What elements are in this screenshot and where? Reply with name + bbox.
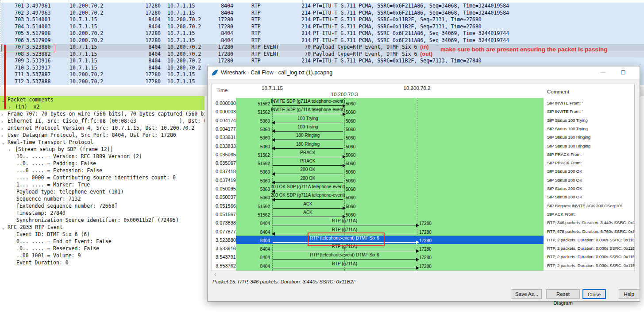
detail-row[interactable]: .0.. .... = Reserved: False <box>0 245 204 252</box>
packet-row-707[interactable]: 7073.52388010.7.1.15840410.200.70.217280… <box>1 44 644 51</box>
detail-row[interactable]: 0... .... = End of Event: False <box>0 238 204 245</box>
flow-row-0.051567[interactable]: 0.051567ACK515625060SIP ACK From: <box>212 210 634 218</box>
flow-row-0.000000[interactable]: 0.000000INVITE SDP (g711A telephone-even… <box>212 99 634 107</box>
close-button[interactable]: Close <box>582 289 606 299</box>
detail-text: [Extended sequence number: 72668] <box>16 202 117 209</box>
help-button[interactable]: Help <box>619 289 639 299</box>
expand-icon[interactable]: › <box>1 132 3 139</box>
detail-row[interactable]: ›Ethernet II, Src: Cisco_ff:fc:08 (00:08… <box>0 117 204 124</box>
packet-row-709[interactable]: 7093.53391610.7.1.15840410.200.70.217280… <box>1 58 644 65</box>
detail-row[interactable]: .... 0000 = Contributing source identifi… <box>0 174 204 181</box>
flow-comment: RTP, 2 packets. Duration: 0.000s SSRC: 0… <box>547 254 635 259</box>
packet-row-704[interactable]: 7043.51400310.7.1.15840410.200.70.217280… <box>1 23 644 31</box>
flow-row-0.077877[interactable]: 0.077877RTP (g711A)840417280RTP, 678 pac… <box>212 227 634 236</box>
detail-row[interactable]: ⌄RFC 2833 RTP Event <box>0 224 204 231</box>
column-header-comment: Comment <box>547 89 569 94</box>
minimize-button[interactable]: — <box>595 66 610 79</box>
annotation-direction-note: (out) <box>420 51 432 57</box>
packet-row-702[interactable]: 7023.49796310.200.70.21728010.7.1.158404… <box>1 10 644 17</box>
dialog-titlebar[interactable]: Wireshark · Call Flow · call_log.txt (1)… <box>208 66 640 80</box>
flow-comment: SIP Status 200 OK <box>547 194 582 199</box>
detail-row[interactable]: [Extended sequence number: 72668] <box>0 202 204 209</box>
collapse-icon[interactable]: ⌄ <box>1 225 5 231</box>
expand-icon[interactable]: › <box>1 118 3 124</box>
maximize-button[interactable]: ☐ <box>616 66 631 79</box>
detail-row[interactable]: Event ID: DTMF Six 6 (6) <box>0 231 204 238</box>
flow-src-port: 51562 <box>238 153 270 158</box>
detail-text: (in) x2 <box>15 103 39 110</box>
detail-row[interactable]: ›[Stream setup by SDP (frame 12)] <box>0 146 204 153</box>
expand-icon[interactable]: › <box>9 147 10 153</box>
detail-row[interactable]: Timestamp: 27840 <box>0 209 204 217</box>
reset-diagram-button[interactable]: Reset Diagram <box>546 289 580 299</box>
flow-src-port: 5060 <box>238 178 270 183</box>
flow-row-0.037419[interactable]: 0.037419200 OK50605060SIP Status 200 OK <box>212 176 634 184</box>
cell-dst: 10.7.1.15 <box>167 10 195 17</box>
detail-row[interactable]: 1... .... = Marker: True <box>0 181 204 188</box>
flow-arrow-head <box>416 224 419 227</box>
flow-row-0.004174[interactable]: 0.004174100 Trying50605060SIP Status 100… <box>212 116 634 124</box>
detail-text: .0.. .... = Reserved: False <box>16 245 99 252</box>
flow-message-label: RTP (g711A) <box>274 227 416 232</box>
detail-row[interactable]: Sequence number: 7132 <box>0 195 204 202</box>
flow-row-3.533916[interactable]: 3.533916RTP (g711A)840417280RTP, 2 packe… <box>212 244 634 252</box>
expand-icon[interactable]: › <box>1 125 3 132</box>
flow-src-port: 8404 <box>238 247 270 252</box>
detail-row[interactable]: ›Frame 707: 70 bytes on wire (560 bits),… <box>0 110 204 117</box>
detail-row[interactable]: Synchronization Source identifier: 0x000… <box>0 217 204 224</box>
collapse-icon[interactable]: ⌄ <box>1 97 5 103</box>
flow-arrow-line <box>273 182 343 183</box>
node-label-3: 10.200.70.2 <box>404 85 431 91</box>
detail-text: ...0 .... = Extension: False <box>16 167 102 174</box>
packet-row-701[interactable]: 7013.49796110.200.70.21728010.7.1.158404… <box>1 3 644 10</box>
packet-row-708[interactable]: 7083.52388210.7.1.15840410.200.70.217280… <box>1 51 644 58</box>
flow-arrow-line <box>273 114 343 114</box>
expand-icon[interactable]: › <box>9 104 10 110</box>
detail-row[interactable]: ..0. .... = Padding: False <box>0 160 204 167</box>
flow-comment: SIP Status 180 Ringing <box>547 143 590 148</box>
flow-row-3.523880[interactable]: 3.523880RTP (telephone-event) DTMF Six 6… <box>212 236 634 244</box>
save-as-button[interactable]: Save As... <box>512 289 542 299</box>
flow-dst-port: 5060 <box>346 127 355 132</box>
flow-row-0.051566[interactable]: 0.051566ACK515625060SIP Request INVITE A… <box>212 202 634 210</box>
collapse-icon[interactable]: ⌄ <box>1 140 5 146</box>
flow-row-3.553762[interactable]: 3.553762RTP (g711A)840417280RTP, 2 packe… <box>212 261 634 270</box>
flow-row-0.033833[interactable]: 0.033833180 Ringing50605060SIP Status 18… <box>212 142 634 150</box>
cell-info: PT=ITU-T G.711 PCMA, SSRC=0x6F211A86, Se… <box>313 37 509 44</box>
flow-arrow-line <box>273 268 416 268</box>
flow-row-0.073838[interactable]: 0.073838RTP (g711A)840417280RTP, 346 pac… <box>212 218 634 227</box>
detail-row[interactable]: ⌄Real-Time Transport Protocol <box>0 139 204 146</box>
detail-row[interactable]: Event Duration: 0 <box>0 259 204 266</box>
flow-time: 0.050035 <box>216 186 236 191</box>
cell-src: 10.7.1.15 <box>69 65 97 72</box>
detail-row[interactable]: 10.. .... = Version: RFC 1889 Version (2… <box>0 153 204 160</box>
detail-row[interactable]: ›Internet Protocol Version 4, Src: 10.7.… <box>0 124 204 132</box>
flow-time: 0.077877 <box>216 229 236 234</box>
detail-row[interactable]: Payload type: telephone-event (101) <box>0 188 204 195</box>
flow-row-3.543791[interactable]: 3.543791RTP (telephone-event) DTMF Six 6… <box>212 252 634 261</box>
detail-row[interactable]: ⌄Packet comments <box>0 96 204 103</box>
detail-row[interactable]: ..00 1001 = Volume: 9 <box>0 252 204 259</box>
flow-row-0.050037[interactable]: 0.050037200 OK SDP (g711A telephone-even… <box>212 193 634 201</box>
cell-dst: 10.200.70.2 <box>167 65 201 72</box>
flow-comment: SIP PRACK From: <box>547 160 582 165</box>
horizontal-scroll-left-icon[interactable]: ‹ <box>214 271 216 278</box>
cell-no: 703 <box>7 16 24 23</box>
packet-row-705[interactable]: 7053.51790810.200.70.21728010.7.1.158404… <box>1 30 644 37</box>
flow-row-0.035065[interactable]: 0.035065PRACK515625060SIP PRACK From: <box>212 150 634 159</box>
packet-row-706[interactable]: 7063.51790910.200.70.21728010.7.1.158404… <box>1 37 644 44</box>
flow-row-0.004177[interactable]: 0.004177100 Trying50605060SIP Status 100… <box>212 124 634 133</box>
packet-row-703[interactable]: 7033.51400110.7.1.15840410.200.70.217280… <box>1 16 644 23</box>
flow-row-0.050035[interactable]: 0.050035200 OK SDP (g711A telephone-even… <box>212 184 634 193</box>
detail-row[interactable]: ...0 .... = Extension: False <box>0 167 204 174</box>
flow-row-0.033831[interactable]: 0.033831180 Ringing50605060SIP Status 18… <box>212 133 634 141</box>
cell-time: 3.497963 <box>26 10 50 17</box>
flow-row-0.037418[interactable]: 0.037418200 OK50605060SIP Status 200 OK <box>212 167 634 175</box>
flow-row-0.000003[interactable]: 0.000003INVITE SDP (g711A telephone-even… <box>212 107 634 116</box>
cell-dst: 10.7.1.15 <box>167 78 195 85</box>
detail-row[interactable]: ›User Datagram Protocol, Src Port: 8404,… <box>0 132 204 139</box>
detail-row[interactable]: ›(in) x2 <box>0 103 204 110</box>
flow-row-0.035067[interactable]: 0.035067PRACK515625060SIP PRACK From: <box>212 159 634 167</box>
flow-arrow-head <box>343 104 346 108</box>
expand-icon[interactable]: › <box>1 111 3 117</box>
